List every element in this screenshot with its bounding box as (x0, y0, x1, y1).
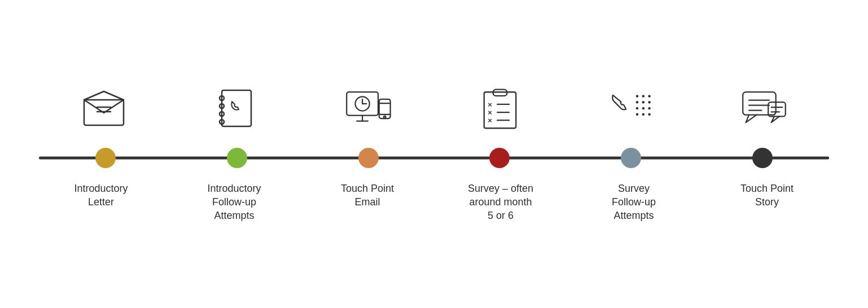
svg-point-36 (642, 113, 645, 116)
svg-point-17 (384, 116, 386, 118)
label-introductory-letter: IntroductoryLetter (62, 182, 141, 223)
label-survey-followup: SurveyFollow-upAttempts (594, 182, 673, 223)
timeline-line-row (39, 148, 829, 168)
label-introductory-followup: IntroductoryFollow-upAttempts (195, 182, 274, 223)
monitor-phone-icon (337, 86, 399, 131)
label-touch-point-email: Touch PointEmail (328, 182, 407, 223)
dot-introductory-letter (95, 148, 116, 168)
svg-point-31 (648, 100, 651, 103)
dot-introductory-followup (227, 148, 247, 168)
svg-point-34 (648, 107, 651, 109)
dot-survey-followup (621, 148, 641, 168)
svg-point-26 (636, 95, 639, 98)
svg-text:×: × (488, 116, 492, 124)
svg-text:×: × (488, 100, 492, 108)
label-touch-point-story: Touch PointStory (727, 182, 806, 223)
chat-lines-icon (733, 86, 795, 131)
envelope-icon (73, 86, 135, 131)
clipboard-icon: × × × (469, 86, 531, 131)
svg-point-33 (642, 107, 645, 109)
svg-point-28 (648, 95, 651, 98)
svg-point-29 (636, 100, 639, 103)
labels-row: IntroductoryLetter IntroductoryFollow-up… (39, 168, 829, 223)
svg-text:×: × (488, 108, 492, 116)
dot-survey (489, 148, 510, 168)
dot-touch-point-email (358, 148, 379, 168)
dots-row (39, 148, 829, 168)
phonebook-icon (205, 86, 267, 131)
svg-rect-3 (222, 90, 251, 126)
svg-point-32 (636, 107, 639, 109)
svg-point-35 (636, 113, 639, 116)
label-survey: Survey – oftenaround month5 or 6 (461, 182, 540, 223)
dot-touch-point-story (752, 148, 773, 168)
svg-point-30 (642, 100, 645, 103)
icons-row: × × × (39, 86, 829, 148)
svg-point-27 (642, 95, 645, 98)
phone-grid-icon (601, 86, 663, 131)
svg-point-37 (648, 113, 651, 116)
timeline-container: × × × (39, 86, 829, 223)
